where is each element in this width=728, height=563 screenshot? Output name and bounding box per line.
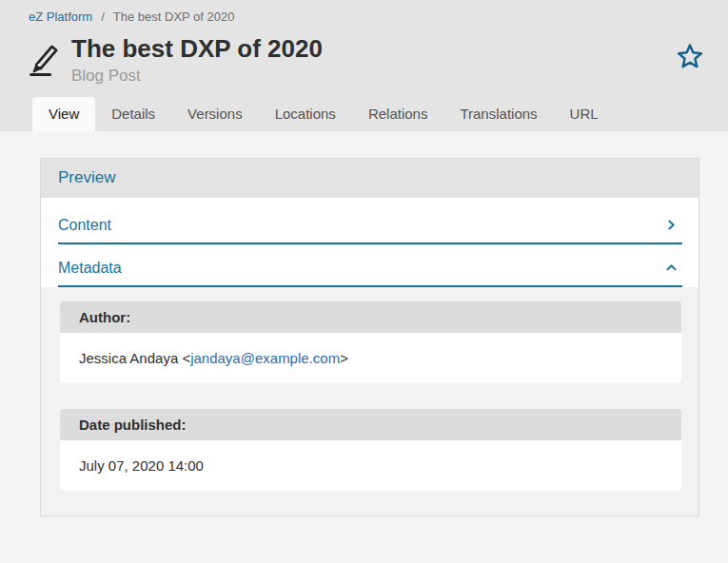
tab-versions[interactable]: Versions	[171, 97, 259, 131]
date-published-value: July 07, 2020 14:00	[60, 440, 681, 491]
author-label: Author:	[60, 301, 681, 333]
content-header: The best DXP of 2020 Blog Post	[0, 28, 728, 86]
metadata-content: Author: Jessica Andaya <jandaya@example.…	[41, 287, 698, 515]
chevron-up-icon	[664, 261, 679, 275]
tab-relations[interactable]: Relations	[352, 97, 444, 131]
chevron-right-icon	[664, 218, 679, 232]
date-published-label: Date published:	[60, 409, 681, 440]
accordion-content[interactable]: Content	[58, 202, 682, 244]
page-title: The best DXP of 2020	[71, 33, 676, 65]
breadcrumb-current: The best DXP of 2020	[113, 10, 235, 24]
preview-panel: Preview Content Metadata	[40, 158, 699, 516]
author-value-suffix: >	[340, 350, 348, 366]
breadcrumb: eZ Platform / The best DXP of 2020	[0, 0, 728, 28]
star-icon[interactable]	[676, 43, 704, 71]
author-email-link[interactable]: jandaya@example.com	[190, 350, 340, 366]
title-block: The best DXP of 2020 Blog Post	[71, 33, 676, 86]
accordion-content-label: Content	[58, 217, 111, 234]
breadcrumb-separator: /	[101, 10, 105, 24]
preview-panel-title: Preview	[41, 159, 698, 198]
author-name: Jessica Andaya <	[79, 350, 190, 366]
fountain-pen-icon	[27, 39, 63, 77]
tab-details[interactable]: Details	[95, 97, 171, 131]
breadcrumb-link-home[interactable]: eZ Platform	[29, 10, 92, 24]
attribute-date-published: Date published: July 07, 2020 14:00	[60, 409, 681, 491]
tab-view[interactable]: View	[32, 97, 95, 131]
tab-bar: View Details Versions Locations Relation…	[0, 97, 728, 131]
accordion-list: Content Metadata	[41, 198, 698, 287]
tab-url[interactable]: URL	[554, 97, 615, 131]
author-value: Jessica Andaya <jandaya@example.com>	[60, 333, 681, 383]
tab-translations[interactable]: Translations	[443, 97, 553, 131]
accordion-metadata[interactable]: Metadata	[58, 244, 682, 287]
attribute-author: Author: Jessica Andaya <jandaya@example.…	[60, 301, 681, 383]
top-header: eZ Platform / The best DXP of 2020 The b…	[0, 0, 728, 131]
main-area: Preview Content Metadata	[0, 131, 728, 516]
content-type-label: Blog Post	[71, 67, 676, 86]
tab-locations[interactable]: Locations	[259, 97, 352, 131]
accordion-metadata-label: Metadata	[58, 260, 122, 277]
